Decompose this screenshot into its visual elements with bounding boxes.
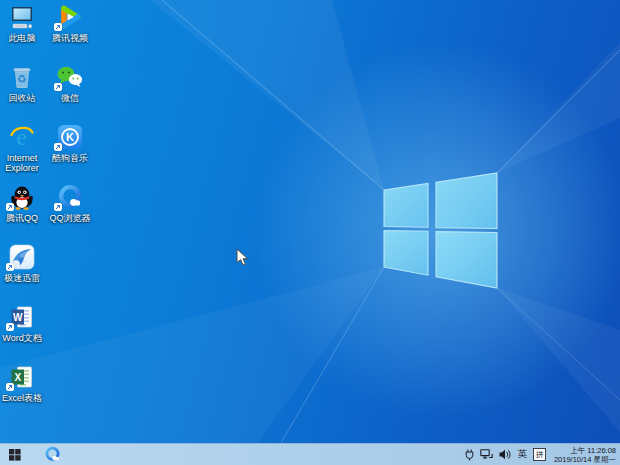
taskbar-clock[interactable]: 上午 11:26:08 2019/10/14 星期一 xyxy=(552,446,616,464)
svg-text:K: K xyxy=(66,131,74,143)
svg-text:X: X xyxy=(14,372,21,383)
icon-label: Word文档 xyxy=(0,333,50,343)
shortcut-arrow-icon xyxy=(54,203,62,211)
internet-explorer-icon: e xyxy=(8,124,36,150)
shortcut-arrow-icon xyxy=(54,83,62,91)
shortcut-arrow-icon xyxy=(6,323,14,331)
this-pc-icon xyxy=(8,4,36,30)
desktop-icon-kugou-music[interactable]: K 酷狗音乐 xyxy=(42,124,98,163)
desktop-icon-word-doc[interactable]: W Word文档 xyxy=(0,304,50,343)
icon-label: 微信 xyxy=(42,93,98,103)
icon-label: 腾讯视频 xyxy=(42,33,98,43)
icon-label: QQ浏览器 xyxy=(42,213,98,223)
windows-start-icon xyxy=(9,449,21,461)
recycle-bin-icon: ♻ xyxy=(8,64,36,90)
desktop-icon-tencent-video[interactable]: 腾讯视频 xyxy=(42,4,98,43)
system-tray[interactable]: 英 拼 上午 11:26:08 2019/10/14 星期一 xyxy=(465,446,620,464)
volume-icon[interactable] xyxy=(499,449,511,460)
desktop-icon-wechat[interactable]: 微信 xyxy=(42,64,98,103)
shortcut-arrow-icon xyxy=(6,383,14,391)
taskbar[interactable]: 英 拼 上午 11:26:08 2019/10/14 星期一 xyxy=(0,443,620,465)
shortcut-arrow-icon xyxy=(6,203,14,211)
start-button[interactable] xyxy=(0,444,30,465)
svg-text:W: W xyxy=(13,312,23,323)
desktop-icon-excel-sheet[interactable]: X Excel表格 xyxy=(0,364,50,403)
shortcut-arrow-icon xyxy=(6,263,14,271)
svg-text:♻: ♻ xyxy=(17,73,27,85)
icon-label: 极速迅雷 xyxy=(0,273,50,283)
icon-label: 酷狗音乐 xyxy=(42,153,98,163)
ime-mode-indicator[interactable]: 拼 xyxy=(533,448,546,461)
clock-time: 上午 11:26:08 xyxy=(554,446,616,455)
taskbar-qq-browser-button[interactable] xyxy=(38,444,66,465)
network-icon[interactable] xyxy=(480,449,493,460)
desktop-icon-thunder[interactable]: 极速迅雷 xyxy=(0,244,50,283)
desktop-icon-qq-browser[interactable]: QQ浏览器 xyxy=(42,184,98,223)
clock-date: 2019/10/14 星期一 xyxy=(554,455,616,464)
icon-label: Excel表格 xyxy=(0,393,50,403)
usb-device-icon[interactable] xyxy=(465,449,474,461)
ime-language-indicator[interactable]: 英 xyxy=(517,448,527,461)
shortcut-arrow-icon xyxy=(54,143,62,151)
desktop[interactable]: 此电脑 ♻ 回收站 e Internet Explorer xyxy=(0,0,620,465)
shortcut-arrow-icon xyxy=(54,23,62,31)
qq-browser-icon xyxy=(44,446,61,463)
